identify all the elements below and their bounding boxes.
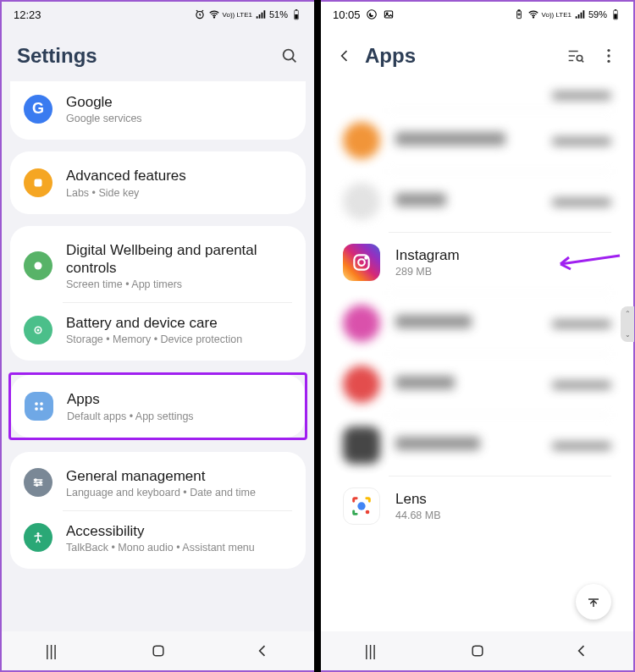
app-size: 289 MB bbox=[395, 266, 611, 278]
svg-point-23 bbox=[533, 17, 533, 18]
svg-point-1 bbox=[213, 17, 214, 18]
settings-row-general[interactable]: General management Language and keyboard… bbox=[10, 455, 306, 510]
instagram-icon bbox=[343, 244, 380, 281]
svg-rect-20 bbox=[384, 11, 392, 18]
status-bar: 10:05 Vo)) LTE1 59% bbox=[321, 2, 633, 27]
app-name: Lens bbox=[395, 491, 611, 508]
nav-bar: ||| bbox=[321, 631, 633, 670]
settings-row-accessibility[interactable]: Accessibility TalkBack • Mono audio • As… bbox=[10, 510, 306, 565]
wifi-icon bbox=[208, 8, 220, 20]
svg-point-5 bbox=[284, 50, 294, 60]
google-icon: G bbox=[24, 95, 52, 124]
nav-home[interactable] bbox=[150, 642, 167, 659]
settings-header: Settings bbox=[2, 27, 314, 81]
apps-icon bbox=[25, 392, 53, 421]
status-right: Vo)) LTE1 51% bbox=[194, 8, 302, 20]
advanced-icon bbox=[24, 168, 52, 197]
status-time: 10:05 bbox=[333, 8, 361, 21]
wifi-icon bbox=[527, 8, 539, 20]
image-notif-icon bbox=[383, 8, 395, 20]
battery-care-icon bbox=[24, 316, 52, 344]
settings-row-advanced[interactable]: Advanced features Labs • Side key bbox=[10, 155, 306, 210]
app-row-blurred[interactable] bbox=[329, 415, 625, 476]
svg-rect-36 bbox=[472, 646, 483, 656]
nav-back[interactable] bbox=[254, 642, 271, 659]
battery-icon bbox=[290, 8, 302, 20]
svg-rect-3 bbox=[295, 9, 297, 10]
scroll-indicator[interactable]: ⌃⌄ bbox=[621, 306, 634, 342]
lens-icon bbox=[343, 487, 380, 525]
svg-point-9 bbox=[37, 328, 40, 331]
apps-list[interactable]: Instagram 289 MB bbox=[321, 81, 633, 631]
svg-rect-26 bbox=[614, 14, 617, 19]
svg-point-14 bbox=[35, 479, 36, 481]
nav-back[interactable] bbox=[573, 642, 590, 659]
svg-point-30 bbox=[607, 60, 610, 63]
signal-icon bbox=[574, 8, 586, 20]
svg-point-16 bbox=[36, 484, 37, 486]
page-title: Apps bbox=[365, 44, 566, 68]
apps-header: Apps bbox=[321, 27, 633, 81]
app-row-blurred[interactable] bbox=[329, 354, 625, 415]
signal-icon bbox=[255, 8, 267, 20]
apps-screen: 10:05 Vo)) LTE1 59% Apps bbox=[321, 0, 635, 672]
more-icon[interactable] bbox=[599, 47, 618, 65]
back-icon[interactable] bbox=[336, 47, 353, 64]
settings-screen: 12:23 Vo)) LTE1 51% Settings G Google Go… bbox=[0, 0, 314, 672]
accessibility-icon bbox=[24, 523, 52, 552]
svg-point-11 bbox=[40, 402, 43, 405]
svg-point-35 bbox=[366, 510, 370, 515]
svg-point-33 bbox=[365, 257, 367, 259]
wellbeing-icon bbox=[24, 251, 52, 280]
status-battery: 51% bbox=[269, 9, 288, 19]
svg-point-34 bbox=[357, 502, 365, 510]
nav-bar: ||| bbox=[2, 631, 314, 670]
settings-row-google[interactable]: G Google Google services bbox=[10, 81, 306, 136]
svg-point-28 bbox=[607, 49, 610, 52]
apps-highlight: Apps Default apps • App settings bbox=[8, 372, 307, 439]
app-size: 44.68 MB bbox=[395, 510, 611, 521]
status-net: Vo)) LTE1 bbox=[223, 11, 252, 19]
settings-list: G Google Google services Advanced featur… bbox=[2, 81, 314, 631]
svg-rect-4 bbox=[295, 14, 298, 19]
search-icon[interactable] bbox=[280, 47, 299, 65]
status-net: Vo)) LTE1 bbox=[542, 11, 572, 19]
page-title: Settings bbox=[17, 44, 280, 68]
app-name: Instagram bbox=[395, 247, 611, 264]
filter-search-icon[interactable] bbox=[566, 47, 584, 65]
status-battery: 59% bbox=[588, 9, 607, 19]
svg-point-12 bbox=[35, 407, 38, 410]
battery-saver-icon bbox=[513, 8, 525, 20]
svg-point-15 bbox=[40, 482, 41, 483]
scroll-to-top-button[interactable] bbox=[576, 584, 611, 620]
svg-point-7 bbox=[35, 262, 42, 269]
app-row-instagram[interactable]: Instagram 289 MB bbox=[329, 232, 625, 293]
nav-recent[interactable]: ||| bbox=[46, 642, 63, 659]
svg-point-19 bbox=[367, 10, 376, 19]
nav-recent[interactable]: ||| bbox=[365, 642, 382, 659]
nav-home[interactable] bbox=[469, 642, 486, 659]
svg-rect-25 bbox=[615, 9, 616, 10]
app-row-blurred[interactable] bbox=[329, 81, 625, 110]
svg-point-32 bbox=[358, 259, 365, 266]
svg-point-17 bbox=[37, 532, 40, 535]
app-row-blurred[interactable] bbox=[329, 293, 625, 354]
svg-point-29 bbox=[607, 54, 610, 57]
general-icon bbox=[24, 468, 52, 497]
app-row-lens[interactable]: Lens 44.68 MB bbox=[329, 476, 625, 537]
app-row-blurred[interactable] bbox=[329, 110, 625, 171]
status-right: Vo)) LTE1 59% bbox=[513, 8, 621, 20]
status-time: 12:23 bbox=[14, 8, 41, 21]
settings-row-wellbeing[interactable]: Digital Wellbeing and parental controls … bbox=[10, 229, 306, 303]
svg-point-13 bbox=[40, 407, 43, 410]
status-bar: 12:23 Vo)) LTE1 51% bbox=[2, 2, 314, 27]
svg-point-10 bbox=[35, 402, 38, 405]
settings-row-battery[interactable]: Battery and device care Storage • Memory… bbox=[10, 302, 306, 357]
settings-row-apps[interactable]: Apps Default apps • App settings bbox=[11, 378, 305, 433]
svg-point-27 bbox=[577, 56, 582, 61]
app-row-blurred[interactable] bbox=[329, 171, 625, 232]
alarm-icon bbox=[194, 8, 206, 20]
battery-icon bbox=[610, 8, 621, 20]
svg-rect-18 bbox=[153, 646, 163, 656]
svg-rect-6 bbox=[35, 179, 42, 186]
